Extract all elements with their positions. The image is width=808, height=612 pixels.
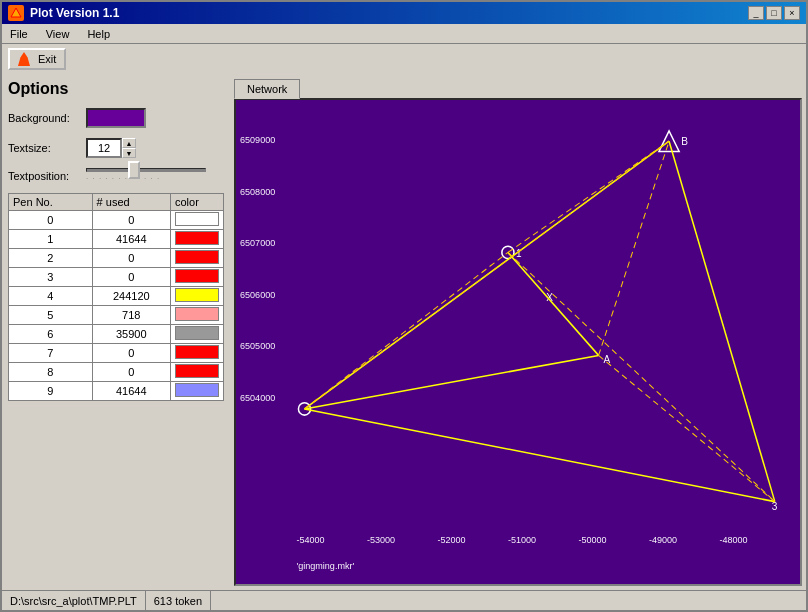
pen-table-row: 9 41644 — [9, 382, 224, 401]
menu-file[interactable]: File — [6, 27, 32, 41]
slider-dots: · · · · · · · · · · · · — [86, 174, 206, 183]
pen-color-swatch — [175, 364, 219, 378]
pen-used: 41644 — [92, 382, 170, 401]
pen-color-cell[interactable] — [171, 363, 224, 382]
pen-used: 35900 — [92, 325, 170, 344]
pen-color-swatch — [175, 288, 219, 302]
exit-button[interactable]: Exit — [8, 48, 66, 70]
pen-color-cell[interactable] — [171, 287, 224, 306]
minimize-button[interactable]: _ — [748, 6, 764, 20]
y-label-5: 6504000 — [240, 393, 275, 403]
pen-table-row: 3 0 — [9, 268, 224, 287]
pen-table-row: 6 35900 — [9, 325, 224, 344]
pen-number: 6 — [9, 325, 93, 344]
textsize-label: Textsize: — [8, 142, 78, 154]
pen-table-header-pen: Pen No. — [9, 194, 93, 211]
pen-table-row: 1 41644 — [9, 230, 224, 249]
pen-number: 0 — [9, 211, 93, 230]
pen-color-cell[interactable] — [171, 325, 224, 344]
options-title: Options — [8, 80, 224, 98]
y-label-2: 6507000 — [240, 238, 275, 248]
pen-color-swatch — [175, 212, 219, 226]
background-color-box[interactable] — [86, 108, 146, 128]
textposition-label: Textposition: — [8, 170, 78, 182]
pen-color-cell[interactable] — [171, 230, 224, 249]
pen-number: 9 — [9, 382, 93, 401]
pen-number: 8 — [9, 363, 93, 382]
pen-table-row: 5 718 — [9, 306, 224, 325]
node-b-label: B — [681, 136, 688, 147]
pen-used: 0 — [92, 268, 170, 287]
background-label: Background: — [8, 112, 78, 124]
background-row: Background: — [8, 108, 224, 128]
left-panel: Options Background: Textsize: ▲ ▼ — [2, 74, 230, 590]
app-icon — [8, 5, 24, 21]
pen-color-cell[interactable] — [171, 211, 224, 230]
flame-icon — [18, 52, 30, 66]
pen-color-swatch — [175, 307, 219, 321]
x-label-6: -48000 — [719, 535, 747, 545]
title-bar-left: Plot Version 1.1 — [8, 5, 119, 21]
pen-color-swatch — [175, 250, 219, 264]
window-title: Plot Version 1.1 — [30, 6, 119, 20]
tab-network[interactable]: Network — [234, 79, 300, 99]
right-panel: Network 6509000 6508000 6507000 6506000 … — [230, 74, 806, 590]
maximize-button[interactable]: □ — [766, 6, 782, 20]
file-label: 'gingming.mkr' — [296, 560, 354, 570]
x-label-4: -50000 — [578, 535, 606, 545]
textposition-row: Textposition: · · · · · · · · · · · · — [8, 168, 224, 183]
pen-color-cell[interactable] — [171, 306, 224, 325]
pen-used: 0 — [92, 363, 170, 382]
menu-view[interactable]: View — [42, 27, 74, 41]
menu-bar: File View Help — [2, 24, 806, 44]
textsize-input[interactable] — [86, 138, 122, 158]
textsize-row: Textsize: ▲ ▼ — [8, 138, 224, 158]
pen-number: 4 — [9, 287, 93, 306]
status-filepath: D:\src\src_a\plot\TMP.PLT — [2, 591, 146, 610]
pen-table-row: 7 0 — [9, 344, 224, 363]
status-tokens: 613 token — [146, 591, 211, 610]
main-content: Options Background: Textsize: ▲ ▼ — [2, 74, 806, 590]
pen-color-cell[interactable] — [171, 249, 224, 268]
y-label-4: 6505000 — [240, 341, 275, 351]
y-label-1: 6508000 — [240, 187, 275, 197]
close-button[interactable]: × — [784, 6, 800, 20]
pen-number: 1 — [9, 230, 93, 249]
pen-color-swatch — [175, 269, 219, 283]
pen-color-cell[interactable] — [171, 382, 224, 401]
main-window: Plot Version 1.1 _ □ × File View Help Ex… — [0, 0, 808, 612]
y-label-3: 6506000 — [240, 290, 275, 300]
pen-number: 7 — [9, 344, 93, 363]
pen-used: 0 — [92, 211, 170, 230]
pen-table-header-color: color — [171, 194, 224, 211]
tab-bar: Network — [234, 78, 802, 98]
pen-used: 0 — [92, 344, 170, 363]
title-bar: Plot Version 1.1 _ □ × — [2, 2, 806, 24]
menu-help[interactable]: Help — [83, 27, 114, 41]
textsize-down-button[interactable]: ▼ — [122, 148, 136, 158]
node-3-label: 3 — [772, 501, 778, 512]
status-bar: D:\src\src_a\plot\TMP.PLT 613 token — [2, 590, 806, 610]
pen-table-header-used: # used — [92, 194, 170, 211]
slider-track[interactable] — [86, 168, 206, 172]
textposition-slider — [86, 168, 206, 172]
pen-number: 5 — [9, 306, 93, 325]
pen-table-row: 8 0 — [9, 363, 224, 382]
pen-used: 244120 — [92, 287, 170, 306]
pen-used: 41644 — [92, 230, 170, 249]
textsize-up-button[interactable]: ▲ — [122, 138, 136, 148]
x-label-5: -49000 — [649, 535, 677, 545]
x-label-3: -51000 — [508, 535, 536, 545]
pen-color-swatch — [175, 383, 219, 397]
pen-color-cell[interactable] — [171, 268, 224, 287]
svg-rect-1 — [236, 100, 800, 584]
y-label-0: 6509000 — [240, 135, 275, 145]
slider-thumb[interactable] — [128, 161, 140, 179]
title-controls: _ □ × — [748, 6, 800, 20]
x-label-1: -53000 — [367, 535, 395, 545]
pen-used: 718 — [92, 306, 170, 325]
pen-color-swatch — [175, 345, 219, 359]
pen-color-cell[interactable] — [171, 344, 224, 363]
pen-color-swatch — [175, 231, 219, 245]
textsize-spinbox: ▲ ▼ — [86, 138, 136, 158]
